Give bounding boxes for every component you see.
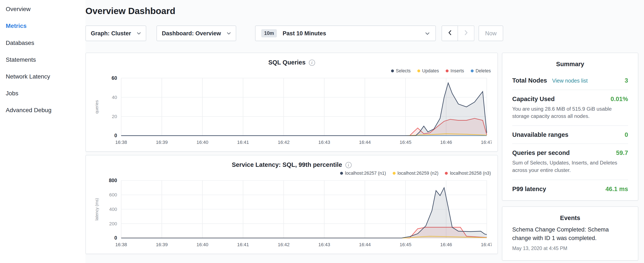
capacity-used-label: Capacity Used <box>512 95 555 102</box>
svg-text:16:39: 16:39 <box>156 242 168 247</box>
events-title: Events <box>512 214 628 221</box>
page-title: Overview Dashboard <box>86 6 638 16</box>
sidebar-item-advanced-debug[interactable]: Advanced Debug <box>0 102 86 119</box>
svg-text:16:41: 16:41 <box>237 140 249 145</box>
svg-text:200: 200 <box>109 221 117 226</box>
sidebar-item-metrics[interactable]: Metrics <box>0 18 86 35</box>
legend-label: localhost:26257 (n1) <box>345 171 386 176</box>
svg-text:16:41: 16:41 <box>237 242 249 247</box>
chevron-right-icon <box>464 30 468 37</box>
svg-text:40: 40 <box>112 95 117 100</box>
time-range-label: Past 10 Minutes <box>282 30 326 37</box>
legend-dot <box>340 172 343 175</box>
dashboard-dropdown-label: Dashboard: Overview <box>162 30 221 37</box>
dashboard-dropdown[interactable]: Dashboard: Overview <box>156 26 236 41</box>
svg-text:16:43: 16:43 <box>318 140 330 145</box>
svg-text:16:44: 16:44 <box>359 242 371 247</box>
svg-text:16:38: 16:38 <box>115 140 127 145</box>
legend-dot <box>392 172 396 175</box>
svg-text:60: 60 <box>112 75 117 81</box>
svg-text:16:40: 16:40 <box>196 242 208 247</box>
chevron-left-icon <box>448 30 451 37</box>
svg-text:16:45: 16:45 <box>400 242 412 247</box>
legend-dot <box>446 69 448 72</box>
chevron-down-icon <box>137 32 141 35</box>
svg-text:16:42: 16:42 <box>278 140 290 145</box>
capacity-used-value: 0.01% <box>610 95 628 102</box>
p99-latency-label: P99 latency <box>512 185 546 192</box>
legend-item-inserts[interactable]: Inserts <box>446 68 464 73</box>
svg-text:latency (ms): latency (ms) <box>94 198 99 220</box>
sidebar-item-statements[interactable]: Statements <box>0 52 86 68</box>
legend-item-localhost-26259-n2[interactable]: localhost:26259 (n2) <box>392 171 438 176</box>
chart-canvas-service-latency[interactable]: 16:3816:3916:4016:4116:4216:4316:4416:45… <box>92 177 492 249</box>
now-button[interactable]: Now <box>478 26 503 41</box>
chart-canvas-sql-queries[interactable]: 16:3816:3916:4016:4116:4216:4316:4416:45… <box>92 75 492 147</box>
unavailable-ranges-value: 0 <box>625 131 628 138</box>
svg-text:16:46: 16:46 <box>440 140 452 145</box>
sidebar-item-jobs[interactable]: Jobs <box>0 85 86 102</box>
svg-text:600: 600 <box>109 192 117 197</box>
legend-dot <box>391 69 394 72</box>
svg-text:16:45: 16:45 <box>400 140 412 145</box>
chart-title-row: Service Latency: SQL, 99th percentilei <box>92 161 491 168</box>
summary-panel: Summary Total Nodes View nodes list 3 <box>502 53 638 200</box>
legend-item-selects[interactable]: Selects <box>391 68 411 73</box>
next-time-button[interactable] <box>458 26 474 41</box>
total-nodes-value: 3 <box>625 77 628 84</box>
graph-type-dropdown[interactable]: Graph: Cluster <box>86 26 146 41</box>
legend-item-updates[interactable]: Updates <box>417 68 439 73</box>
total-nodes-label: Total Nodes <box>512 77 547 84</box>
summary-section-total-nodes: Total Nodes View nodes list 3 <box>512 72 628 90</box>
time-range-selector[interactable]: 10m Past 10 Minutes <box>255 26 436 41</box>
chart-title-row: SQL Queriesi <box>92 59 491 66</box>
chart-title: SQL Queries <box>268 59 306 66</box>
p99-latency-value: 46.1 ms <box>606 185 628 192</box>
legend-item-deletes[interactable]: Deletes <box>470 68 491 73</box>
view-nodes-link[interactable]: View nodes list <box>552 78 588 84</box>
summary-section-unavailable-ranges: Unavailable ranges 0 <box>512 126 628 144</box>
summary-section-p99-latency: P99 latency 46.1 ms <box>512 179 628 197</box>
chevron-down-icon <box>425 32 430 35</box>
chart-legend: SelectsUpdatesInsertsDeletes <box>92 68 491 73</box>
event-item[interactable]: Schema Change Completed: Schema change w… <box>512 225 628 251</box>
chart-panel-sql-queries: SQL Queriesi SelectsUpdatesInsertsDelete… <box>86 53 498 152</box>
info-icon[interactable]: i <box>309 60 315 66</box>
summary-title: Summary <box>512 60 628 68</box>
legend-label: Selects <box>396 68 411 73</box>
qps-value: 59.7 <box>616 149 628 156</box>
legend-dot <box>445 172 448 175</box>
svg-text:16:47: 16:47 <box>481 140 492 145</box>
legend-item-localhost-26258-n3[interactable]: localhost:26258 (n3) <box>445 171 491 176</box>
event-message: Schema Change Completed: Schema change w… <box>512 225 628 243</box>
svg-text:16:47: 16:47 <box>481 242 492 247</box>
chart-panel-service-latency: Service Latency: SQL, 99th percentilei l… <box>86 155 498 254</box>
right-column: Summary Total Nodes View nodes list 3 <box>502 53 638 260</box>
chart-title: Service Latency: SQL, 99th percentile <box>232 161 342 168</box>
events-panel: Events Schema Change Completed: Schema c… <box>502 206 638 260</box>
svg-text:16:43: 16:43 <box>318 242 330 247</box>
graph-type-dropdown-label: Graph: Cluster <box>91 30 131 37</box>
sidebar-item-overview[interactable]: Overview <box>0 1 86 18</box>
event-timestamp: May 13, 2020 at 4:45 PM <box>512 245 628 251</box>
qps-description: Sum of Selects, Updates, Inserts, and De… <box>512 159 628 174</box>
svg-text:16:44: 16:44 <box>359 140 371 145</box>
qps-label: Queries per second <box>512 149 570 156</box>
svg-text:800: 800 <box>109 178 117 183</box>
svg-text:0: 0 <box>114 133 117 138</box>
legend-item-localhost-26257-n1[interactable]: localhost:26257 (n1) <box>340 171 386 176</box>
legend-dot <box>417 69 420 72</box>
main-content: Overview Dashboard Graph: Cluster Dashbo… <box>86 0 644 260</box>
svg-text:20: 20 <box>112 114 117 119</box>
summary-section-qps: Queries per second 59.7 Sum of Selects, … <box>512 144 628 180</box>
sidebar-item-network-latency[interactable]: Network Latency <box>0 68 86 85</box>
prev-time-button[interactable] <box>442 26 458 41</box>
unavailable-ranges-label: Unavailable ranges <box>512 131 568 138</box>
capacity-description: You are using 28.6 MiB of 515.9 GiB usab… <box>512 105 628 120</box>
legend-label: localhost:26259 (n2) <box>397 171 438 176</box>
sidebar-item-databases[interactable]: Databases <box>0 35 86 51</box>
info-icon[interactable]: i <box>345 162 352 168</box>
time-step-buttons <box>442 26 474 41</box>
summary-section-capacity: Capacity Used 0.01% You are using 28.6 M… <box>512 90 628 126</box>
svg-text:16:38: 16:38 <box>115 242 127 247</box>
